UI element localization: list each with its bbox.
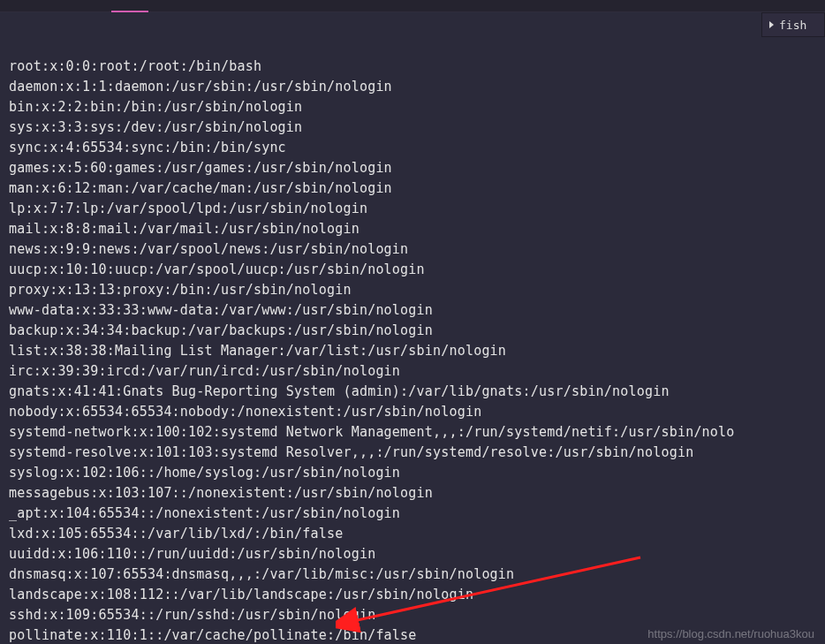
file-line[interactable]: landscape:x:108:112::/var/lib/landscape:… bbox=[9, 585, 816, 605]
file-line[interactable]: man:x:6:12:man:/var/cache/man:/usr/sbin/… bbox=[9, 178, 816, 199]
file-line[interactable]: daemon:x:1:1:daemon:/usr/sbin:/usr/sbin/… bbox=[9, 77, 816, 97]
file-line[interactable]: messagebus:x:103:107::/nonexistent:/usr/… bbox=[9, 483, 816, 504]
file-line[interactable]: syslog:x:102:106::/home/syslog:/usr/sbin… bbox=[9, 463, 816, 483]
watermark-text: https://blog.csdn.net/ruohua3kou bbox=[647, 627, 814, 640]
file-line[interactable]: nobody:x:65534:65534:nobody:/nonexistent… bbox=[9, 402, 816, 422]
file-line[interactable]: backup:x:34:34:backup:/var/backups:/usr/… bbox=[9, 321, 816, 341]
file-line[interactable]: _apt:x:104:65534::/nonexistent:/usr/sbin… bbox=[9, 504, 816, 524]
file-line[interactable]: bin:x:2:2:bin:/bin:/usr/sbin/nologin bbox=[9, 97, 816, 117]
file-line[interactable]: www-data:x:33:33:www-data:/var/www:/usr/… bbox=[9, 300, 816, 321]
file-line[interactable]: proxy:x:13:13:proxy:/bin:/usr/sbin/nolog… bbox=[9, 280, 816, 300]
file-line[interactable]: irc:x:39:39:ircd:/var/run/ircd:/usr/sbin… bbox=[9, 361, 816, 382]
file-line[interactable]: lp:x:7:7:lp:/var/spool/lpd:/usr/sbin/nol… bbox=[9, 199, 816, 219]
file-line[interactable]: uucp:x:10:10:uucp:/var/spool/uucp:/usr/s… bbox=[9, 260, 816, 280]
editor-content[interactable]: root:x:0:0:root:/root:/bin/bashdaemon:x:… bbox=[0, 12, 825, 644]
file-line[interactable]: root:x:0:0:root:/root:/bin/bash bbox=[9, 57, 816, 77]
file-line[interactable]: uuidd:x:106:110::/run/uuidd:/usr/sbin/no… bbox=[9, 544, 816, 564]
file-line[interactable]: news:x:9:9:news:/var/spool/news:/usr/sbi… bbox=[9, 239, 816, 260]
file-line[interactable]: sync:x:4:65534:sync:/bin:/bin/sync bbox=[9, 138, 816, 158]
file-line[interactable]: mail:x:8:8:mail:/var/mail:/usr/sbin/nolo… bbox=[9, 219, 816, 239]
file-line[interactable]: gnats:x:41:41:Gnats Bug-Reporting System… bbox=[9, 382, 816, 402]
file-line[interactable]: sys:x:3:3:sys:/dev:/usr/sbin/nologin bbox=[9, 117, 816, 138]
title-bar bbox=[0, 0, 825, 12]
file-line[interactable]: systemd-network:x:100:102:systemd Networ… bbox=[9, 422, 816, 443]
file-line[interactable]: games:x:5:60:games:/usr/games:/usr/sbin/… bbox=[9, 158, 816, 178]
file-line[interactable]: systemd-resolve:x:101:103:systemd Resolv… bbox=[9, 443, 816, 463]
file-line[interactable]: sshd:x:109:65534::/run/sshd:/usr/sbin/no… bbox=[9, 605, 816, 625]
file-line[interactable]: lxd:x:105:65534::/var/lib/lxd/:/bin/fals… bbox=[9, 524, 816, 544]
file-line[interactable]: list:x:38:38:Mailing List Manager:/var/l… bbox=[9, 341, 816, 361]
file-line[interactable]: dnsmasq:x:107:65534:dnsmasq,,,:/var/lib/… bbox=[9, 564, 816, 585]
